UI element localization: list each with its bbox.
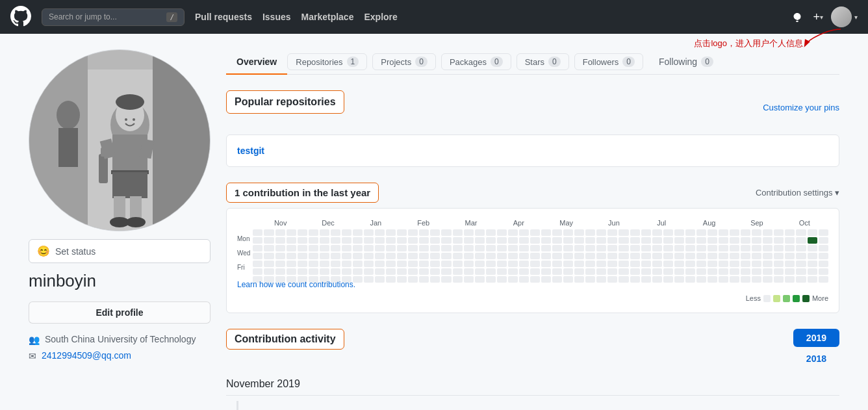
building-icon: 👥 — [29, 335, 40, 345]
graph-cell — [696, 268, 706, 275]
search-bar[interactable]: Search or jump to... / — [42, 8, 185, 26]
graph-cell — [287, 253, 296, 259]
graph-cell — [808, 276, 817, 283]
graph-cell — [419, 245, 429, 251]
graph-cell — [641, 276, 651, 283]
graph-cell — [275, 268, 285, 275]
repo-link-testgit[interactable]: testgit — [237, 146, 264, 156]
edit-profile-button[interactable]: Edit profile — [29, 301, 211, 324]
github-logo[interactable] — [10, 6, 31, 29]
graph-cell — [774, 229, 784, 236]
nav-pull-requests[interactable]: Pull requests — [195, 12, 252, 22]
graph-week — [475, 229, 485, 275]
page-layout: 😊 Set status minboyin Edit profile 👥 Sou… — [18, 34, 850, 410]
day-label-mon: Mon — [237, 235, 250, 243]
graph-cell — [320, 245, 329, 251]
graph-cell — [275, 229, 285, 236]
notification-button[interactable] — [789, 9, 805, 25]
new-item-button[interactable]: + ▾ — [810, 8, 826, 27]
graph-cell — [441, 276, 451, 283]
year-2018-button[interactable]: 2018 — [793, 350, 839, 368]
graph-cell — [386, 268, 396, 275]
graph-week — [453, 229, 463, 275]
graph-cell — [607, 276, 617, 283]
graph-week — [519, 229, 529, 275]
graph-cell — [464, 276, 474, 283]
graph-cell — [674, 229, 684, 236]
graph-cell — [264, 237, 274, 244]
graph-week — [607, 229, 617, 275]
customize-pins-link[interactable]: Customize your pins — [763, 103, 839, 112]
contribution-title: 1 contribution in the last year — [226, 183, 379, 203]
graph-week — [441, 229, 451, 275]
learn-contributions-link[interactable]: Learn how we count contributions. — [237, 280, 355, 289]
graph-cell — [552, 276, 562, 283]
organization-label: South China University of Technology — [45, 334, 196, 344]
search-shortcut: / — [166, 12, 177, 22]
graph-cell — [430, 276, 440, 283]
graph-cell — [596, 268, 606, 275]
graph-cell — [607, 245, 617, 251]
month-label-oct: Oct — [781, 219, 828, 227]
graph-cell — [287, 245, 296, 251]
graph-cell — [364, 229, 374, 236]
graph-cell — [741, 237, 750, 244]
graph-cell — [309, 268, 318, 275]
graph-cell — [719, 245, 728, 251]
graph-week — [430, 229, 440, 275]
graph-week — [741, 229, 750, 275]
tab-projects[interactable]: Projects 0 — [372, 53, 436, 70]
graph-cell — [519, 245, 529, 251]
set-status-label: Set status — [55, 246, 96, 257]
graph-cell — [464, 253, 474, 259]
graph-cell — [375, 245, 385, 251]
graph-week — [264, 229, 274, 275]
projects-count: 0 — [415, 57, 428, 67]
month-label-jun: Jun — [590, 219, 637, 227]
graph-cell — [275, 261, 285, 267]
navbar-right: + ▾ ▾ — [789, 6, 858, 27]
graph-cell — [808, 268, 817, 275]
graph-cell — [619, 253, 628, 259]
graph-cell — [785, 268, 795, 275]
graph-cell — [364, 261, 374, 267]
tab-repositories[interactable]: Repositories 1 — [287, 53, 367, 70]
graph-cell — [630, 229, 640, 236]
graph-week — [298, 229, 307, 275]
graph-cell — [774, 261, 784, 267]
nav-marketplace[interactable]: Marketplace — [301, 12, 354, 22]
nav-issues[interactable]: Issues — [262, 12, 291, 22]
graph-cell — [696, 245, 706, 251]
graph-cell — [375, 268, 385, 275]
graph-cell — [253, 268, 262, 275]
tab-packages[interactable]: Packages 0 — [441, 53, 511, 70]
repositories-count: 1 — [347, 57, 359, 67]
graph-cell — [652, 253, 662, 259]
set-status-button[interactable]: 😊 Set status — [29, 239, 211, 263]
day-label-fri: Fri — [237, 264, 250, 272]
main-content: Overview Repositories 1 Projects 0 Packa… — [226, 49, 839, 410]
tab-following[interactable]: Following 0 — [648, 49, 724, 75]
graph-cell — [408, 261, 418, 267]
graph-cell — [663, 229, 673, 236]
tab-followers[interactable]: Followers 0 — [574, 53, 643, 70]
graph-cell — [441, 237, 451, 244]
graph-cell — [430, 261, 440, 267]
organization-item: 👥 South China University of Technology — [29, 334, 211, 345]
user-avatar-nav[interactable] — [831, 6, 852, 27]
tab-overview[interactable]: Overview — [226, 49, 287, 75]
tab-stars[interactable]: Stars 0 — [517, 53, 569, 70]
graph-week — [497, 229, 507, 275]
nav-explore[interactable]: Explore — [364, 12, 397, 22]
profile-avatar — [29, 49, 211, 231]
svg-point-21 — [125, 118, 127, 121]
svg-rect-4 — [153, 50, 211, 231]
graph-cell — [741, 253, 750, 259]
graph-cell — [730, 276, 739, 283]
contribution-settings-button[interactable]: Contribution settings ▾ — [756, 188, 839, 198]
email-link[interactable]: 2412994509@qq.com — [42, 350, 131, 361]
year-2019-button[interactable]: 2019 — [793, 329, 839, 347]
month-label-apr: Apr — [495, 219, 542, 227]
packages-count: 0 — [491, 57, 503, 67]
graph-cell — [796, 268, 806, 275]
